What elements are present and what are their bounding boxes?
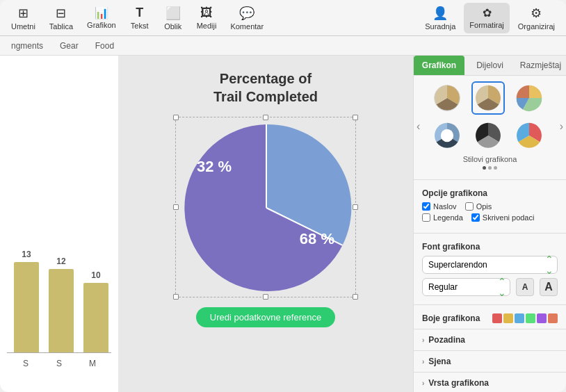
main-area: 13 12 10 S S M Perc (0, 56, 566, 392)
checkbox-opis[interactable]: Opis (465, 202, 492, 211)
toolbar-tekst[interactable]: T Tekst (124, 3, 155, 33)
handle-lm[interactable] (173, 204, 179, 210)
checkbox-naslov-input[interactable] (422, 202, 430, 211)
handle-tm[interactable] (263, 115, 268, 120)
bar-value-s1: 13 (22, 250, 31, 259)
handle-rm[interactable] (353, 204, 358, 210)
tab-dijelovi[interactable]: Dijelovi (464, 56, 515, 75)
sjena-label: Sjena (428, 357, 451, 366)
handle-bm[interactable] (263, 294, 268, 300)
breadcrumb-food: Food (92, 41, 117, 51)
dots-indicator (419, 166, 560, 170)
styles-label: Stilovi grafikona (419, 155, 560, 163)
font-style-select[interactable]: Regular (422, 278, 510, 296)
font-size-row: Regular ⌃⌄ A A (422, 278, 558, 296)
toolbar-mediji[interactable]: 🖼 Mediji (191, 3, 223, 33)
toolbar-tablica-label: Tablica (49, 22, 73, 31)
canvas-area: 13 12 10 S S M Perc (0, 56, 413, 392)
chart-style-2[interactable] (471, 81, 505, 115)
vrsta-label: Vrsta grafikona (428, 378, 489, 388)
handle-tl[interactable] (173, 115, 179, 120)
colors-section: Boje grafikona (414, 308, 566, 329)
font-title: Font grafikona (422, 242, 558, 252)
swatch-5[interactable] (537, 313, 547, 323)
toolbar-komentar-label: Komentar (230, 22, 264, 31)
toolbar-right: 👤 Suradnja ✿ Formatiraj ⚙ Organiziraj (419, 3, 560, 33)
toolbar-suradnja-label: Suradnja (425, 22, 455, 31)
pozadina-section[interactable]: › Pozadina (414, 329, 566, 350)
toolbar-organiziraj[interactable]: ⚙ Organiziraj (512, 3, 560, 33)
pie-selection-box[interactable]: 32 % 68 % (175, 117, 356, 297)
bar-label-s1: S (14, 359, 38, 368)
toolbar-oblik[interactable]: ⬜ Oblik (158, 3, 188, 33)
tablica-icon: ⊟ (56, 6, 66, 21)
colors-title: Boje grafikona (422, 313, 480, 323)
styles-nav-right[interactable]: › (557, 117, 566, 136)
options-section: Opcije grafikona Naslov Opis Legenda (414, 183, 566, 230)
swatch-6[interactable] (548, 313, 558, 323)
edit-data-button[interactable]: Uredi podatkovne reference (196, 307, 335, 327)
pie-svg (176, 117, 357, 298)
toolbar-formatiraj[interactable]: ✿ Formatiraj (464, 3, 510, 33)
checkbox-skriven-input[interactable] (471, 213, 480, 222)
toolbar-komentar[interactable]: 💬 Komentar (225, 3, 269, 33)
svg-point-1 (441, 129, 453, 142)
swatch-1[interactable] (492, 313, 502, 323)
toolbar-tablica[interactable]: ⊟ Tablica (44, 3, 79, 33)
bar-chart: 13 12 10 S S M (0, 56, 118, 392)
font-section: Font grafikona Superclarendon ⌃⌄ Regular… (414, 236, 566, 302)
pie-label-32: 32 % (197, 158, 232, 176)
vrsta-chevron: › (422, 379, 424, 387)
checkbox-skriven[interactable]: Skriveni podaci (471, 213, 535, 222)
toolbar-suradnja[interactable]: 👤 Suradnja (419, 3, 461, 33)
swatch-3[interactable] (515, 313, 524, 323)
toolbar-grafikon-label: Grafikon (87, 21, 116, 29)
handle-br[interactable] (353, 294, 358, 300)
font-family-select[interactable]: Superclarendon (422, 256, 558, 274)
swatch-2[interactable] (503, 313, 513, 323)
chart-style-6[interactable] (512, 119, 546, 152)
font-size-large-btn[interactable]: A (540, 278, 558, 296)
bars-container: 13 12 10 (7, 213, 111, 352)
breadcrumb-ngments: ngments (8, 41, 46, 51)
handle-bl[interactable] (173, 294, 179, 300)
bar-item-s2: 12 (49, 256, 74, 352)
toolbar-grafikon[interactable]: 📊 Grafikon (81, 3, 122, 33)
vrsta-section[interactable]: › Vrsta grafikona (414, 372, 566, 392)
chart-style-5[interactable] (471, 119, 505, 152)
pozadina-label: Pozadina (428, 335, 465, 345)
oblik-icon: ⬜ (165, 6, 181, 21)
bar-value-m: 10 (91, 270, 100, 280)
bar-rect-m (83, 283, 108, 352)
styles-nav-left[interactable]: ‹ (414, 117, 423, 136)
checkbox-legenda[interactable]: Legenda (422, 213, 463, 222)
tab-razmjestaj[interactable]: Razmještaj (515, 56, 566, 75)
checkbox-naslov[interactable]: Naslov (422, 202, 457, 211)
bar-value-s2: 12 (56, 256, 65, 266)
sjena-chevron: › (422, 358, 424, 366)
chart-style-3[interactable] (512, 81, 546, 115)
chart-style-4[interactable] (430, 119, 464, 152)
color-swatches[interactable] (492, 313, 558, 323)
bar-label-s2: S (47, 359, 71, 368)
toolbar: ⊞ Umetni ⊟ Tablica 📊 Grafikon T Tekst ⬜ … (0, 0, 566, 36)
toolbar-oblik-label: Oblik (164, 22, 181, 31)
sjena-section[interactable]: › Sjena (414, 350, 566, 372)
checkbox-legenda-input[interactable] (422, 213, 430, 222)
handle-tr[interactable] (353, 115, 358, 120)
dot-1 (483, 166, 486, 170)
swatch-4[interactable] (526, 313, 535, 323)
bar-label-m: M (81, 359, 104, 368)
komentar-icon: 💬 (239, 6, 254, 21)
divider-1 (414, 179, 566, 180)
chart-title: Percentage of Trail Completed (213, 70, 318, 106)
mediji-icon: 🖼 (200, 6, 213, 20)
checkbox-opis-input[interactable] (465, 202, 474, 211)
tab-grafikon[interactable]: Grafikon (414, 56, 464, 75)
checkbox-skriven-label: Skriveni podaci (483, 213, 535, 222)
toolbar-umetni[interactable]: ⊞ Umetni (6, 3, 41, 33)
bar-item-s1: 13 (14, 250, 39, 352)
chart-style-1[interactable] (430, 81, 464, 115)
font-style-wrap: Regular ⌃⌄ (422, 278, 510, 296)
font-size-small-btn[interactable]: A (516, 278, 534, 296)
